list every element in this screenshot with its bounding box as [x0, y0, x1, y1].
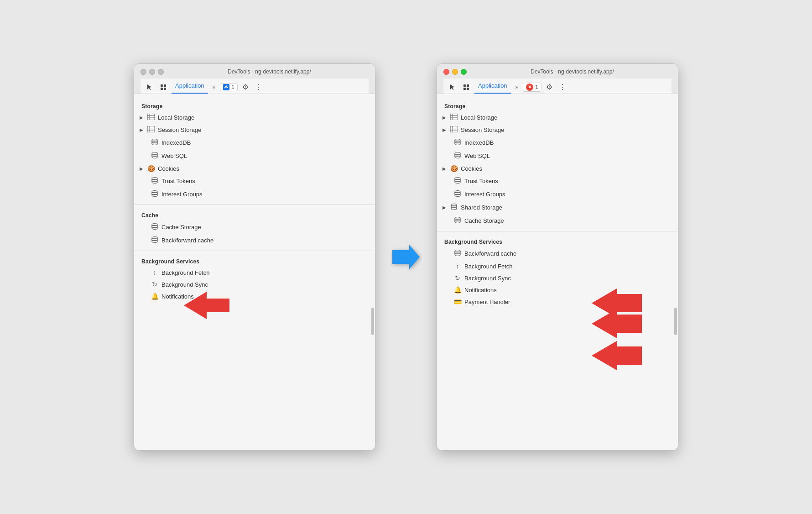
right-cookies-icon: 🍪 [450, 165, 458, 172]
right-bg-fetch-icon: ↕ [453, 262, 462, 270]
left-badge[interactable]: 1 [220, 83, 238, 91]
left-session-storage-arrow: ▶ [140, 127, 143, 132]
left-trust-tokens-label: Trust Tokens [161, 178, 195, 184]
left-bg-fetch-icon: ↕ [151, 269, 159, 276]
svg-rect-0 [161, 84, 163, 87]
right-indexeddb-icon [453, 138, 462, 147]
left-scrollbar-thumb[interactable] [371, 308, 374, 335]
right-sidebar: Storage ▶ Local Storage ▶ Session Storag… [437, 94, 678, 450]
left-bg-sync-item[interactable]: ↻ Background Sync [134, 278, 375, 290]
svg-marker-32 [392, 245, 420, 269]
right-layers-icon[interactable] [461, 82, 472, 93]
right-session-storage-item[interactable]: ▶ Session Storage [437, 124, 678, 136]
right-local-storage-item[interactable]: ▶ Local Storage [437, 111, 678, 124]
right-trust-tokens-icon [453, 177, 462, 185]
right-bg-services-label: Background Services [437, 235, 678, 247]
right-trust-tokens-item[interactable]: Trust Tokens [437, 174, 678, 188]
right-scrollbar[interactable] [673, 94, 677, 450]
right-interest-groups-item[interactable]: Interest Groups [437, 188, 678, 201]
svg-rect-33 [463, 84, 466, 87]
right-title-bar-top: DevTools - ng-devtools.netlify.app/ [443, 68, 671, 75]
right-web-sql-item[interactable]: Web SQL [437, 149, 678, 163]
right-web-sql-icon [453, 152, 462, 160]
right-chevron-icon[interactable]: » [514, 83, 521, 91]
right-trust-tokens-label: Trust Tokens [464, 178, 498, 184]
left-back-forward-label: Back/forward cache [161, 237, 213, 244]
right-traffic-lights [443, 69, 467, 75]
left-back-forward-item[interactable]: Back/forward cache [134, 234, 375, 247]
right-indexeddb-item[interactable]: IndexedDB [437, 136, 678, 149]
right-payment-handler-icon: 💳 [453, 298, 462, 305]
right-indexeddb-label: IndexedDB [464, 139, 494, 146]
left-close-button[interactable] [141, 69, 146, 75]
left-local-storage-label: Local Storage [158, 114, 194, 121]
right-cookies-label: Cookies [461, 165, 482, 172]
left-maximize-button[interactable] [158, 69, 164, 75]
blue-arrow-connector [390, 241, 422, 273]
left-chevron-icon[interactable]: » [211, 83, 218, 91]
left-session-storage-icon [147, 126, 155, 134]
left-web-sql-label: Web SQL [161, 152, 187, 159]
left-application-tab[interactable]: Application [172, 80, 208, 94]
right-divider-1 [437, 231, 678, 231]
left-bg-services-label: Background Services [134, 255, 375, 267]
right-interest-groups-icon [453, 190, 462, 199]
left-trust-tokens-item[interactable]: Trust Tokens [134, 174, 375, 188]
left-minimize-button[interactable] [149, 69, 155, 75]
right-back-forward-item[interactable]: Back/forward cache [437, 247, 678, 260]
right-cursor-icon[interactable] [447, 82, 458, 93]
left-gear-icon[interactable]: ⚙ [240, 82, 250, 92]
right-shared-storage-icon [450, 203, 458, 212]
right-cache-storage-label: Cache Storage [464, 217, 504, 224]
right-maximize-button[interactable] [461, 69, 467, 75]
right-local-storage-arrow: ▶ [442, 115, 446, 120]
left-traffic-lights [141, 69, 164, 75]
right-close-button[interactable] [443, 69, 449, 75]
svg-rect-34 [467, 84, 469, 87]
right-gear-icon[interactable]: ⚙ [544, 82, 554, 92]
left-indexeddb-label: IndexedDB [161, 139, 191, 146]
right-cache-storage-item[interactable]: Cache Storage [437, 214, 678, 227]
left-cache-storage-item[interactable]: Cache Storage [134, 220, 375, 234]
svg-rect-37 [450, 114, 458, 120]
right-application-tab[interactable]: Application [474, 80, 511, 94]
left-cursor-icon[interactable] [144, 82, 155, 93]
left-web-sql-item[interactable]: Web SQL [134, 149, 375, 163]
right-bg-sync-item[interactable]: ↻ Background Sync [437, 272, 678, 284]
right-shared-storage-item[interactable]: ▶ Shared Storage [437, 201, 678, 214]
left-cookies-item[interactable]: ▶ 🍪 Cookies [134, 163, 375, 174]
left-devtools-window: DevTools - ng-devtools.netlify.app/ Appl… [134, 63, 375, 451]
left-back-forward-icon [151, 236, 159, 245]
left-bg-fetch-item[interactable]: ↕ Background Fetch [134, 267, 375, 278]
right-session-storage-arrow: ▶ [442, 127, 446, 132]
svg-rect-36 [467, 88, 469, 90]
left-dots-icon[interactable]: ⋮ [253, 82, 264, 92]
svg-rect-35 [463, 88, 466, 90]
left-indexeddb-item[interactable]: IndexedDB [134, 136, 375, 149]
left-session-storage-item[interactable]: ▶ Session Storage [134, 124, 375, 136]
right-cookies-item[interactable]: ▶ 🍪 Cookies [437, 163, 678, 174]
left-interest-groups-item[interactable]: Interest Groups [134, 188, 375, 201]
right-badge[interactable]: ✕ 1 [523, 83, 541, 92]
right-payment-handler-item[interactable]: 💳 Payment Handler [437, 296, 678, 308]
right-window-title: DevTools - ng-devtools.netlify.app/ [473, 68, 671, 75]
left-layers-icon[interactable] [158, 82, 169, 93]
right-dots-icon[interactable]: ⋮ [557, 82, 568, 92]
right-minimize-button[interactable] [452, 69, 458, 75]
right-notifications-item[interactable]: 🔔 Notifications [437, 284, 678, 296]
right-session-storage-icon [450, 126, 458, 134]
right-back-forward-icon [453, 249, 462, 258]
left-divider-1 [134, 205, 375, 205]
right-local-storage-label: Local Storage [461, 114, 497, 121]
left-notifications-item[interactable]: 🔔 Notifications [134, 290, 375, 302]
blue-arrow-svg [390, 241, 422, 273]
left-local-storage-item[interactable]: ▶ Local Storage [134, 111, 375, 124]
right-title-bar: DevTools - ng-devtools.netlify.app/ Appl… [437, 64, 678, 94]
left-bg-fetch-label: Background Fetch [161, 269, 210, 276]
right-scrollbar-thumb[interactable] [674, 308, 677, 335]
right-bg-fetch-item[interactable]: ↕ Background Fetch [437, 260, 678, 272]
left-session-storage-label: Session Storage [158, 126, 201, 133]
left-sidebar: Storage ▶ Local Storage ▶ Session Storag… [134, 94, 375, 450]
svg-rect-41 [450, 126, 458, 132]
left-scrollbar[interactable] [370, 94, 374, 450]
